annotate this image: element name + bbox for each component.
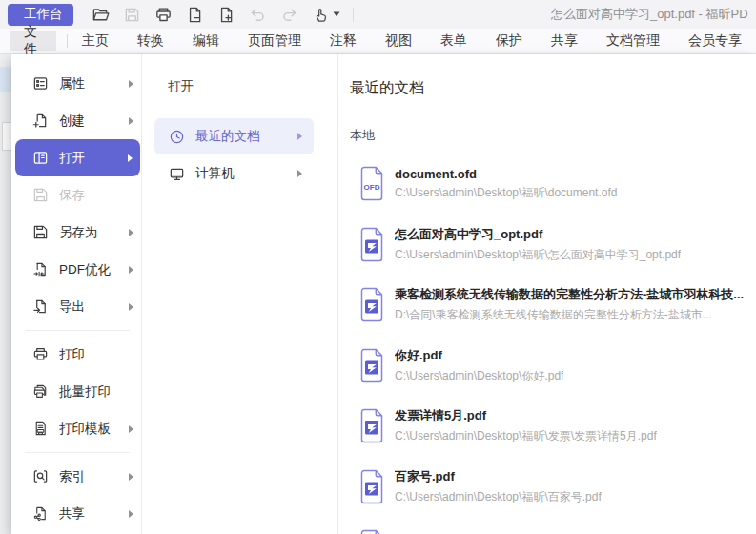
recent-file-row[interactable]: 发票详情5月.pdfC:\Users\admin\Desktop\福昕\发票\发… <box>338 396 756 457</box>
recent-documents-panel: 最近的文档 本地 OFDdocument.ofdC:\Users\admin\D… <box>338 54 756 534</box>
file-menu-item[interactable]: 共享 <box>11 495 141 532</box>
pdf-file-icon <box>358 408 386 443</box>
pdf-file-icon <box>358 348 386 383</box>
print-button[interactable] <box>148 3 179 26</box>
page-plus-button[interactable] <box>211 3 242 26</box>
open-panel-title: 打开 <box>168 78 337 95</box>
title-bar: 工作台 怎么面对高中学习_opt.pdf - 福昕PD <box>0 0 756 29</box>
file-menu-item-label: 打印 <box>59 346 133 363</box>
recent-file-name: 发票详情5月.pdf <box>395 407 657 424</box>
file-menu-item[interactable]: 创建 <box>11 102 141 139</box>
menu-separator <box>25 452 130 453</box>
collapse-toolbar-button[interactable] <box>362 3 394 26</box>
printer-icon <box>32 346 49 362</box>
file-menu-item[interactable]: 导出 <box>11 288 141 325</box>
menu-tab[interactable]: 表单 <box>440 32 467 50</box>
file-menu-item-label: PDF优化 <box>59 261 129 278</box>
recent-file-path: C:\Users\admin\Desktop\福昕\怎么面对高中学习_opt.p… <box>395 247 681 263</box>
submenu-arrow-icon <box>297 170 302 177</box>
open-panel-item[interactable]: 最近的文档 <box>154 118 314 154</box>
submenu-arrow-icon <box>129 510 133 518</box>
recent-file-meta: 怎么面对高中学习_opt.pdfC:\Users\admin\Desktop\福… <box>395 226 681 263</box>
recent-file-path: D:\合同\乘客检测系统无线传输数据的完整性分析方法-盐城市... <box>395 307 744 323</box>
file-menu-button[interactable]: 文件 <box>10 31 56 51</box>
file-menu-item[interactable]: 打开 <box>15 139 140 176</box>
workspace-button[interactable]: 工作台 <box>8 4 73 26</box>
menu-tab[interactable]: 转换 <box>137 32 164 50</box>
menu-tab[interactable]: 保护 <box>496 32 522 50</box>
recent-file-row[interactable]: 怎么面对高中学习_opt.pdfC:\Users\admin\Desktop\福… <box>338 215 756 276</box>
recent-file-meta: 百家号.pdfC:\Users\admin\Desktop\福昕\百家号.pdf <box>395 468 602 505</box>
file-menu-item[interactable]: PDF优化 <box>11 251 141 288</box>
open-file-button[interactable] <box>85 3 116 26</box>
batch-print-icon <box>32 383 49 400</box>
caret-down-icon <box>330 11 340 17</box>
open-submenu-panel: 打开 最近的文档计算机 <box>142 54 338 534</box>
file-menu-item[interactable]: 另存为 <box>11 214 141 251</box>
export-icon <box>32 298 49 315</box>
undo-icon <box>249 6 267 24</box>
menu-tab[interactable]: 文档管理 <box>606 32 660 50</box>
menu-separator <box>25 330 130 331</box>
recent-file-row[interactable]: 你好.pdfC:\Users\admin\Desktop\你好.pdf <box>338 336 756 397</box>
file-menu-item-label: 打开 <box>59 150 128 167</box>
recent-file-path: C:\Users\admin\Desktop\你好.pdf <box>395 368 563 384</box>
recent-file-name: 怎么面对高中学习_opt.pdf <box>395 226 681 243</box>
recent-panel-title: 最近的文档 <box>350 78 756 98</box>
page-plus-icon <box>217 6 235 24</box>
recent-file-row[interactable]: 稿定素材-806381.pdf <box>338 517 756 534</box>
redo-button[interactable] <box>274 3 305 26</box>
file-menu-item[interactable]: 保存 <box>11 176 141 214</box>
open-panel-items: 最近的文档计算机 <box>142 118 337 192</box>
ofd-file-icon: OFD <box>358 166 386 201</box>
open-panel-item[interactable]: 计算机 <box>154 155 314 192</box>
hand-tool-icon <box>312 6 330 24</box>
page-minus-button[interactable] <box>179 3 211 26</box>
file-menu-item-label: 导出 <box>59 298 129 316</box>
pdf-optimize-icon <box>32 261 49 277</box>
menu-tab[interactable]: 会员专享 <box>688 32 742 50</box>
file-menu-item[interactable]: 批量打印 <box>11 373 141 410</box>
recent-file-row[interactable]: 百家号.pdfC:\Users\admin\Desktop\福昕\百家号.pdf <box>338 457 756 518</box>
file-menu-item[interactable]: 打印 <box>11 336 141 373</box>
print-icon <box>154 6 173 24</box>
open-panel-item-label: 计算机 <box>195 165 297 182</box>
file-menu-item[interactable]: 属性 <box>11 65 141 102</box>
recent-file-name: document.ofd <box>395 167 617 181</box>
recent-file-meta: 乘客检测系统无线传输数据的完整性分析方法-盐城市羽林科技...D:\合同\乘客检… <box>395 286 744 323</box>
submenu-arrow-icon <box>129 425 133 433</box>
hand-tool-button[interactable] <box>305 3 347 26</box>
recent-file-name: 你好.pdf <box>395 347 563 364</box>
file-menu-item-label: 打印模板 <box>59 421 129 438</box>
file-menu-item[interactable]: 打印模板 <box>11 410 141 447</box>
undo-button[interactable] <box>242 3 274 26</box>
submenu-arrow-icon <box>129 473 133 481</box>
menu-tab[interactable]: 页面管理 <box>248 32 301 50</box>
file-menu-item-label: 属性 <box>59 75 129 92</box>
menu-tab[interactable]: 主页 <box>82 32 109 50</box>
local-group-label: 本地 <box>350 127 756 144</box>
pdf-file-icon <box>358 469 386 504</box>
menu-tab[interactable]: 视图 <box>385 32 412 50</box>
recent-file-path: C:\Users\admin\Desktop\福昕\发票\发票详情5月.pdf <box>395 428 657 444</box>
recent-file-row[interactable]: OFDdocument.ofdC:\Users\admin\Desktop\福昕… <box>338 154 756 215</box>
recent-file-row[interactable]: 乘客检测系统无线传输数据的完整性分析方法-盐城市羽林科技...D:\合同\乘客检… <box>338 275 756 336</box>
background-ribbon-edge <box>0 67 11 92</box>
open-panel-item-label: 最近的文档 <box>195 128 297 145</box>
menu-tab[interactable]: 编辑 <box>193 32 219 50</box>
submenu-arrow-icon <box>129 80 133 88</box>
workspace-button-label: 工作台 <box>24 6 63 23</box>
recent-file-meta: document.ofdC:\Users\admin\Desktop\福昕\do… <box>395 167 617 201</box>
menu-tab[interactable]: 共享 <box>551 32 578 50</box>
menu-tabs: 主页转换编辑页面管理注释视图表单保护共享文档管理会员专享 <box>68 32 756 50</box>
save-button[interactable] <box>116 3 148 26</box>
menu-tab[interactable]: 注释 <box>330 32 357 50</box>
document-title: 怎么面对高中学习_opt.pdf - 福昕PD <box>551 0 756 29</box>
file-menu-item-label: 批量打印 <box>59 383 133 400</box>
file-menu-item-label: 保存 <box>59 187 133 204</box>
menu-bar: 文件 主页转换编辑页面管理注释视图表单保护共享文档管理会员专享 <box>0 29 756 54</box>
file-menu-item[interactable]: 索引 <box>11 458 141 495</box>
print-template-icon <box>32 421 49 437</box>
recent-file-name: 乘客检测系统无线传输数据的完整性分析方法-盐城市羽林科技... <box>395 286 744 303</box>
background-box-edge <box>2 122 11 151</box>
